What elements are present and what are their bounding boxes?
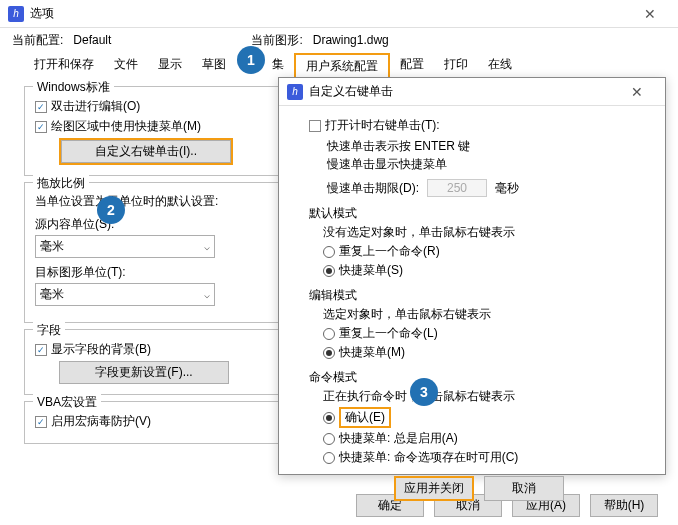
radio-label-default-repeat: 重复上一个命令(R) bbox=[339, 243, 440, 260]
slow-click-input[interactable]: 250 bbox=[427, 179, 487, 197]
current-config-value: Default bbox=[73, 33, 111, 47]
tab-config[interactable]: 配置 bbox=[390, 53, 434, 80]
current-drawing-value: Drawing1.dwg bbox=[313, 33, 389, 47]
chk-label-field-bg: 显示字段的背景(B) bbox=[51, 341, 151, 358]
tab-set[interactable]: 集 bbox=[262, 53, 294, 80]
tab-print[interactable]: 打印 bbox=[434, 53, 478, 80]
timed-line1: 快速单击表示按 ENTER 键 bbox=[327, 137, 649, 155]
annotation-badge-3: 3 bbox=[410, 378, 438, 406]
target-units-select[interactable]: 毫米 bbox=[35, 283, 215, 306]
radio-default-shortcut[interactable] bbox=[323, 265, 335, 277]
custom-right-click-button[interactable]: 自定义右键单击(I).. bbox=[61, 140, 231, 163]
dialog-title: 自定义右键单击 bbox=[309, 83, 393, 100]
group-title-vba: VBA宏设置 bbox=[33, 394, 101, 411]
dialog-close-icon[interactable]: ✕ bbox=[617, 78, 657, 106]
tabs-bar: 打开和保存 文件 显示 草图 集 用户系统配置 配置 打印 在线 bbox=[0, 51, 678, 80]
radio-label-cmd-confirm: 确认(E) bbox=[339, 407, 391, 428]
group-title-windows: Windows标准 bbox=[33, 79, 114, 96]
app-icon: h bbox=[8, 6, 24, 22]
group-drag-scale: 拖放比例 当单位设置为无单位时的默认设置: 源内容单位(S): 毫米 目标图形单… bbox=[24, 182, 279, 323]
cmd-mode-head: 命令模式 bbox=[309, 369, 649, 386]
custom-right-click-dialog: h 自定义右键单击 ✕ 打开计时右键单击(T): 快速单击表示按 ENTER 键… bbox=[278, 77, 666, 475]
tab-online[interactable]: 在线 bbox=[478, 53, 522, 80]
tab-open-save[interactable]: 打开和保存 bbox=[24, 53, 104, 80]
ms-label: 毫秒 bbox=[495, 180, 519, 197]
group-vba: VBA宏设置 启用宏病毒防护(V) bbox=[24, 401, 279, 444]
group-title-drag: 拖放比例 bbox=[33, 175, 89, 192]
chk-label-shortcut: 绘图区域中使用快捷菜单(M) bbox=[51, 118, 201, 135]
edit-mode-head: 编辑模式 bbox=[309, 287, 649, 304]
radio-default-repeat[interactable] bbox=[323, 246, 335, 258]
current-drawing-label: 当前图形: bbox=[251, 33, 302, 47]
tab-user-system-config[interactable]: 用户系统配置 bbox=[294, 53, 390, 80]
radio-cmd-when-options[interactable] bbox=[323, 452, 335, 464]
slow-click-label: 慢速单击期限(D): bbox=[327, 180, 419, 197]
tab-display[interactable]: 显示 bbox=[148, 53, 192, 80]
dialog-app-icon: h bbox=[287, 84, 303, 100]
tab-file[interactable]: 文件 bbox=[104, 53, 148, 80]
main-titlebar: h 选项 ✕ bbox=[0, 0, 678, 28]
target-units-label: 目标图形单位(T): bbox=[35, 264, 268, 281]
annotation-badge-1: 1 bbox=[237, 46, 265, 74]
radio-edit-repeat[interactable] bbox=[323, 328, 335, 340]
radio-label-default-shortcut: 快捷菜单(S) bbox=[339, 262, 403, 279]
chk-label-timed: 打开计时右键单击(T): bbox=[325, 117, 440, 134]
field-update-settings-button[interactable]: 字段更新设置(F)... bbox=[59, 361, 229, 384]
config-row: 当前配置:Default 当前图形:Drawing1.dwg bbox=[0, 28, 678, 51]
checkbox-timed-right-click[interactable] bbox=[309, 120, 321, 132]
chk-label-dblclick: 双击进行编辑(O) bbox=[51, 98, 140, 115]
group-title-fields: 字段 bbox=[33, 322, 65, 339]
radio-edit-shortcut[interactable] bbox=[323, 347, 335, 359]
cmd-mode-note: 正在执行命令时，单击鼠标右键表示 bbox=[323, 388, 649, 405]
dialog-cancel-button[interactable]: 取消 bbox=[484, 476, 564, 501]
dialog-titlebar: h 自定义右键单击 ✕ bbox=[279, 78, 665, 106]
default-units-text: 当单位设置为无单位时的默认设置: bbox=[35, 193, 268, 210]
timed-line2: 慢速单击显示快捷菜单 bbox=[327, 155, 649, 173]
radio-cmd-confirm[interactable] bbox=[323, 412, 335, 424]
edit-mode-note: 选定对象时，单击鼠标右键表示 bbox=[323, 306, 649, 323]
current-config-label: 当前配置: bbox=[12, 33, 63, 47]
radio-label-cmd-always: 快捷菜单: 总是启用(A) bbox=[339, 430, 458, 447]
checkbox-macro-virus[interactable] bbox=[35, 416, 47, 428]
default-mode-head: 默认模式 bbox=[309, 205, 649, 222]
source-units-label: 源内容单位(S): bbox=[35, 216, 268, 233]
radio-label-cmd-when-options: 快捷菜单: 命令选项存在时可用(C) bbox=[339, 449, 518, 466]
group-fields: 字段 显示字段的背景(B) 字段更新设置(F)... bbox=[24, 329, 279, 395]
source-units-select[interactable]: 毫米 bbox=[35, 235, 215, 258]
radio-label-edit-shortcut: 快捷菜单(M) bbox=[339, 344, 405, 361]
checkbox-field-bg[interactable] bbox=[35, 344, 47, 356]
checkbox-dblclick-edit[interactable] bbox=[35, 101, 47, 113]
annotation-badge-2: 2 bbox=[97, 196, 125, 224]
group-windows-standard: Windows标准 双击进行编辑(O) 绘图区域中使用快捷菜单(M) 自定义右键… bbox=[24, 86, 279, 176]
default-mode-note: 没有选定对象时，单击鼠标右键表示 bbox=[323, 224, 649, 241]
tab-draft[interactable]: 草图 bbox=[192, 53, 236, 80]
close-icon[interactable]: ✕ bbox=[630, 0, 670, 28]
window-title: 选项 bbox=[30, 5, 54, 22]
radio-cmd-always[interactable] bbox=[323, 433, 335, 445]
radio-label-edit-repeat: 重复上一个命令(L) bbox=[339, 325, 438, 342]
apply-close-button[interactable]: 应用并关闭 bbox=[394, 476, 474, 501]
checkbox-shortcut-menu[interactable] bbox=[35, 121, 47, 133]
chk-label-macro-virus: 启用宏病毒防护(V) bbox=[51, 413, 151, 430]
